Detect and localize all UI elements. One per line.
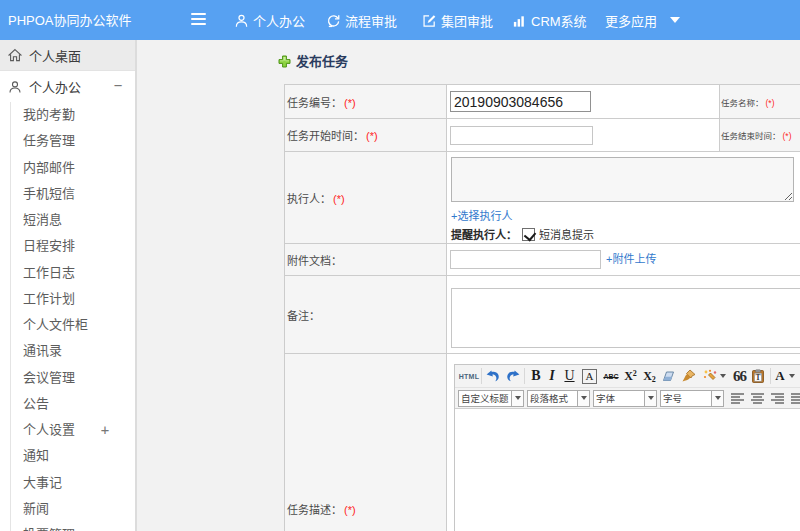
sidebar-item-label: 工作计划	[23, 291, 75, 306]
underline-button[interactable]: U	[560, 366, 579, 386]
sidebar-item-personal-office[interactable]: 个人办公 −	[0, 71, 135, 102]
sidebar-item-label: 个人设置	[23, 422, 75, 437]
subscript-button[interactable]: X2	[640, 366, 659, 386]
caret-down-icon	[511, 391, 523, 406]
main-content: 任务编号：(*) 任务名称：(*) 任务开始时间：(*) 任务结束时间：(*) …	[139, 40, 800, 531]
editor-dropdown-3[interactable]: 字体	[593, 390, 657, 407]
table-row: 任务开始时间：(*) 任务结束时间：(*)	[285, 119, 800, 152]
sidebar-item-label: 通讯录	[23, 343, 62, 358]
sidebar-item-label: 公告	[23, 396, 49, 411]
align-center-icon[interactable]	[751, 393, 764, 404]
attach-upload-link[interactable]: +附件上传	[606, 253, 656, 265]
executor-field-group: +选择执行人 提醒执行人： 短消息提示	[450, 153, 800, 242]
undo-icon[interactable]	[485, 366, 502, 386]
editor-body[interactable]	[455, 409, 800, 531]
sidebar-item[interactable]: 新闻	[0, 496, 135, 522]
table-row: 备注：	[285, 276, 800, 354]
task-no-input[interactable]	[450, 91, 591, 112]
sidebar-item-label: 工作日志	[23, 265, 75, 280]
sidebar-item[interactable]: 日程安排	[0, 233, 135, 259]
sidebar-item[interactable]: 工作计划	[0, 286, 135, 312]
nav-item-4[interactable]: CRM系统	[512, 0, 587, 40]
sidebar-item[interactable]: 大事记	[0, 470, 135, 496]
align-icons	[731, 393, 800, 404]
magic-pen-caret-icon[interactable]	[720, 374, 726, 378]
svg-text:T: T	[755, 373, 760, 382]
select-executor-link[interactable]: +选择执行人	[451, 207, 800, 223]
sidebar-item-desktop[interactable]: 个人桌面	[0, 40, 135, 71]
task-desc-label: 任务描述：(*)	[285, 354, 447, 531]
sidebar-item[interactable]: 个人文件柜	[0, 312, 135, 338]
superscript-button[interactable]: X2	[621, 366, 640, 386]
start-time-input[interactable]	[450, 126, 593, 145]
sidebar-item-label: 个人办公	[29, 77, 81, 96]
format-brush-icon[interactable]	[679, 366, 699, 386]
sidebar-item[interactable]: 个人设置+	[0, 417, 135, 443]
paste-icon[interactable]: T	[749, 366, 767, 386]
sidebar-item[interactable]: 通讯录	[0, 338, 135, 364]
bold-button[interactable]: B	[528, 366, 544, 386]
executor-textarea[interactable]	[451, 157, 794, 202]
sidebar: 个人桌面 个人办公 − 我的考勤任务管理内部邮件手机短信短消息日程安排工作日志工…	[0, 40, 137, 531]
sidebar-item[interactable]: 投票管理	[0, 522, 135, 531]
collapse-icon[interactable]: −	[112, 79, 124, 91]
sidebar-item[interactable]: 内部邮件	[0, 155, 135, 181]
redo-icon[interactable]	[504, 366, 521, 386]
nav-item-1[interactable]: 个人办公	[234, 0, 305, 40]
nav-item-3[interactable]: 集团审批	[422, 0, 493, 40]
sidebar-item[interactable]: 短消息	[0, 207, 135, 233]
sidebar-item[interactable]: 我的考勤	[0, 102, 135, 128]
sidebar-item[interactable]: 工作日志	[0, 260, 135, 286]
sidebar-item[interactable]: 任务管理	[0, 128, 135, 154]
blockquote-button[interactable]: 66	[730, 366, 749, 386]
nav-item-5[interactable]: 更多应用	[605, 0, 680, 40]
font-style-button[interactable]: A	[582, 369, 597, 384]
nav-item-label: CRM系统	[531, 11, 587, 30]
sidebar-item-label: 短消息	[23, 212, 62, 227]
editor-dropdown-4[interactable]: 字号	[660, 390, 724, 407]
form-value-cell: +附件上传	[447, 244, 800, 276]
memo-label: 备注：	[285, 276, 447, 354]
nav-item-label: 集团审批	[441, 11, 493, 30]
sidebar-submenu: 我的考勤任务管理内部邮件手机短信短消息日程安排工作日志工作计划个人文件柜通讯录会…	[0, 102, 135, 531]
sidebar-item[interactable]: 通知	[0, 443, 135, 469]
form-value-cell: HTML B I U A ABC X2	[447, 354, 800, 531]
nav-item-2[interactable]: 流程审批	[326, 0, 397, 40]
sidebar-item[interactable]: 公告	[0, 391, 135, 417]
sidebar-item-label: 任务管理	[23, 133, 75, 148]
process-icon	[326, 13, 341, 28]
nav-item-label: 个人办公	[253, 11, 305, 30]
caret-down-icon	[711, 391, 723, 406]
sidebar-item-label: 内部邮件	[23, 160, 75, 175]
form-value-cell	[447, 119, 720, 152]
align-right-icon[interactable]	[771, 393, 784, 404]
font-color-button[interactable]: A	[774, 366, 786, 386]
sidebar-item[interactable]: 会议管理	[0, 365, 135, 391]
sms-remind-checkbox[interactable]	[522, 228, 535, 241]
memo-textarea[interactable]	[451, 288, 800, 348]
attachment-input[interactable]	[450, 250, 601, 269]
sidebar-item-label: 手机短信	[23, 186, 75, 201]
sidebar-item[interactable]: 手机短信	[0, 181, 135, 207]
font-color-caret-icon[interactable]	[789, 374, 795, 378]
expand-icon[interactable]: +	[99, 424, 111, 436]
top-header: PHPOA协同办公软件 个人办公流程审批集团审批CRM系统更多应用	[0, 0, 800, 40]
sidebar-item-label: 日程安排	[23, 238, 75, 253]
editor-dropdown-2[interactable]: 段落格式	[527, 390, 590, 407]
strikethrough-button[interactable]: ABC	[601, 366, 621, 386]
sidebar-item-label: 我的考勤	[23, 107, 75, 122]
editor-dropdown-1[interactable]: 自定义标题	[458, 390, 524, 407]
form-value-cell	[447, 276, 800, 354]
magic-pen-icon[interactable]	[701, 366, 717, 386]
top-nav: 个人办公流程审批集团审批CRM系统更多应用	[0, 0, 800, 40]
attachment-label: 附件文档：	[285, 244, 447, 276]
align-justify-icon[interactable]	[791, 393, 800, 404]
align-left-icon[interactable]	[731, 393, 744, 404]
italic-button[interactable]: I	[544, 366, 560, 386]
user-icon	[8, 80, 22, 94]
form-value-cell: +选择执行人 提醒执行人： 短消息提示	[447, 152, 800, 244]
eraser-icon[interactable]	[659, 366, 677, 386]
table-row: 任务编号：(*) 任务名称：(*)	[285, 85, 800, 119]
toolbar-separator	[481, 368, 482, 384]
html-source-button[interactable]: HTML	[460, 366, 478, 386]
